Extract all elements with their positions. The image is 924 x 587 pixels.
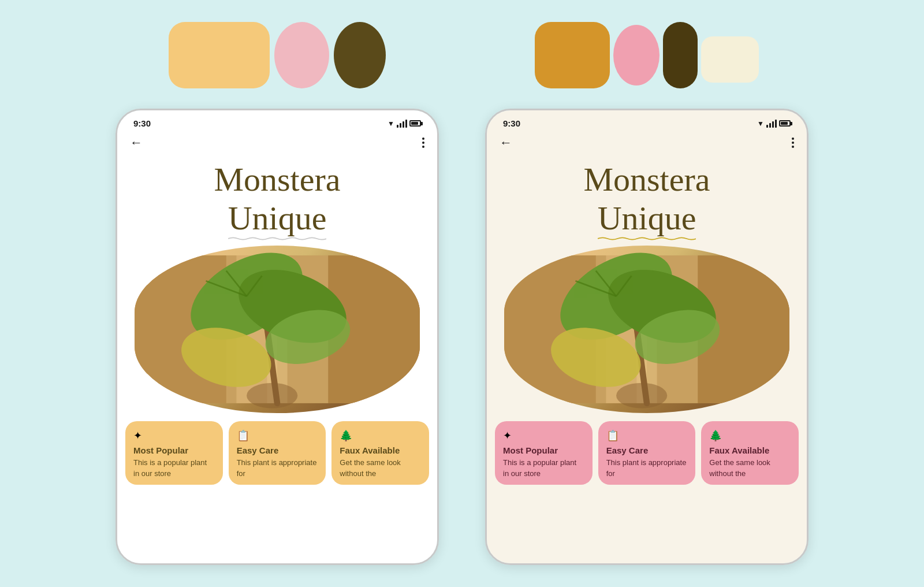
left-title-line1: Monstera bbox=[214, 161, 340, 199]
left-faux-desc: Get the same look without the bbox=[340, 458, 421, 478]
left-easy-title: Easy Care bbox=[237, 445, 318, 455]
dot-2 bbox=[422, 142, 424, 144]
left-phone-frame: 9:30 ▼ bbox=[116, 109, 439, 565]
dot-1 bbox=[422, 138, 424, 140]
right-status-bar: 9:30 ▼ bbox=[487, 110, 807, 133]
left-swatch-1 bbox=[169, 22, 270, 88]
right-title-line1: Monstera bbox=[583, 161, 710, 199]
right-faux-title: Faux Available bbox=[709, 445, 791, 455]
left-cards-row: ✦ Most Popular This is a popular plant i… bbox=[117, 413, 437, 484]
right-faux-icon: 🌲 bbox=[709, 429, 791, 442]
left-faux-icon: 🌲 bbox=[340, 429, 421, 442]
r-signal-bar-3 bbox=[772, 121, 774, 128]
left-nav-bar: ← bbox=[117, 133, 437, 156]
right-faux-desc: Get the same look without the bbox=[709, 458, 791, 478]
right-swatch-4 bbox=[701, 36, 759, 83]
left-menu-button[interactable] bbox=[422, 138, 424, 148]
left-signal-bars bbox=[397, 120, 407, 128]
right-battery-fill bbox=[781, 122, 788, 125]
left-title-line2: Unique bbox=[228, 199, 327, 238]
right-swatch-3 bbox=[663, 22, 698, 88]
left-swatch-2 bbox=[274, 22, 329, 88]
right-swatch-2 bbox=[613, 25, 660, 86]
right-phone-frame: 9:30 ▼ bbox=[485, 109, 808, 565]
left-battery-icon bbox=[409, 120, 421, 127]
left-back-button[interactable]: ← bbox=[130, 135, 143, 150]
left-easy-desc: This plant is appropriate for bbox=[237, 458, 318, 478]
left-card-popular: ✦ Most Popular This is a popular plant i… bbox=[125, 421, 223, 484]
left-faux-title: Faux Available bbox=[340, 445, 421, 455]
left-card-easy: 📋 Easy Care This plant is appropriate fo… bbox=[229, 421, 326, 484]
right-plant-image-inner bbox=[504, 246, 789, 413]
left-time: 9:30 bbox=[133, 118, 151, 128]
left-plant-title: Monstera Unique bbox=[117, 156, 437, 237]
right-phone-screen: 9:30 ▼ bbox=[487, 110, 807, 563]
right-plant-svg bbox=[504, 246, 789, 413]
right-menu-button[interactable] bbox=[792, 138, 794, 148]
right-status-icons: ▼ bbox=[757, 120, 791, 128]
left-plant-svg bbox=[135, 246, 420, 413]
left-swatches bbox=[169, 17, 386, 92]
svg-point-29 bbox=[616, 383, 667, 408]
left-plant-image-inner bbox=[135, 246, 420, 413]
left-easy-icon: 📋 bbox=[237, 429, 318, 442]
right-title-line2: Unique bbox=[598, 199, 696, 238]
right-easy-desc: This plant is appropriate for bbox=[606, 458, 688, 478]
svg-point-14 bbox=[247, 383, 297, 408]
right-wavy-line bbox=[598, 236, 696, 241]
left-popular-title: Most Popular bbox=[133, 445, 215, 455]
right-swatches bbox=[535, 17, 759, 92]
right-battery-icon bbox=[779, 120, 791, 127]
left-wifi-icon: ▼ bbox=[388, 120, 394, 128]
left-wavy-line bbox=[228, 236, 327, 241]
dot-3 bbox=[422, 146, 424, 148]
right-card-faux: 🌲 Faux Available Get the same look witho… bbox=[701, 421, 799, 484]
main-container: 9:30 ▼ bbox=[0, 0, 924, 565]
right-popular-title: Most Popular bbox=[503, 445, 584, 455]
r-dot-3 bbox=[792, 146, 794, 148]
left-popular-desc: This is a popular plant in our store bbox=[133, 458, 215, 478]
left-status-bar: 9:30 ▼ bbox=[117, 110, 437, 133]
left-card-faux: 🌲 Faux Available Get the same look witho… bbox=[331, 421, 429, 484]
right-plant-image bbox=[504, 246, 789, 413]
signal-bar-4 bbox=[405, 120, 407, 128]
right-swatch-1 bbox=[535, 22, 610, 88]
right-cards-row: ✦ Most Popular This is a popular plant i… bbox=[487, 413, 807, 484]
right-card-easy: 📋 Easy Care This plant is appropriate fo… bbox=[598, 421, 696, 484]
signal-bar-3 bbox=[403, 121, 404, 128]
left-phone-screen: 9:30 ▼ bbox=[117, 110, 437, 563]
r-dot-2 bbox=[792, 142, 794, 144]
right-easy-title: Easy Care bbox=[606, 445, 688, 455]
signal-bar-2 bbox=[400, 123, 401, 128]
left-section: 9:30 ▼ bbox=[116, 17, 439, 565]
r-signal-bar-4 bbox=[775, 120, 777, 128]
right-popular-desc: This is a popular plant in our store bbox=[503, 458, 584, 478]
right-nav-bar: ← bbox=[487, 133, 807, 156]
right-signal-bars bbox=[766, 120, 777, 128]
right-time: 9:30 bbox=[503, 118, 520, 128]
left-plant-image bbox=[135, 246, 420, 413]
right-popular-icon: ✦ bbox=[503, 429, 584, 442]
left-swatch-3 bbox=[334, 22, 386, 88]
signal-bar-1 bbox=[397, 125, 398, 128]
right-section: 9:30 ▼ bbox=[485, 17, 808, 565]
right-back-button[interactable]: ← bbox=[500, 135, 512, 150]
right-card-popular: ✦ Most Popular This is a popular plant i… bbox=[495, 421, 593, 484]
left-battery-fill bbox=[411, 122, 418, 125]
r-signal-bar-2 bbox=[769, 123, 771, 128]
right-easy-icon: 📋 bbox=[606, 429, 688, 442]
left-popular-icon: ✦ bbox=[133, 429, 215, 442]
r-signal-bar-1 bbox=[766, 125, 768, 128]
right-wifi-icon: ▼ bbox=[757, 120, 764, 128]
left-status-icons: ▼ bbox=[388, 120, 421, 128]
right-plant-title: Monstera Unique bbox=[487, 156, 807, 237]
r-dot-1 bbox=[792, 138, 794, 140]
